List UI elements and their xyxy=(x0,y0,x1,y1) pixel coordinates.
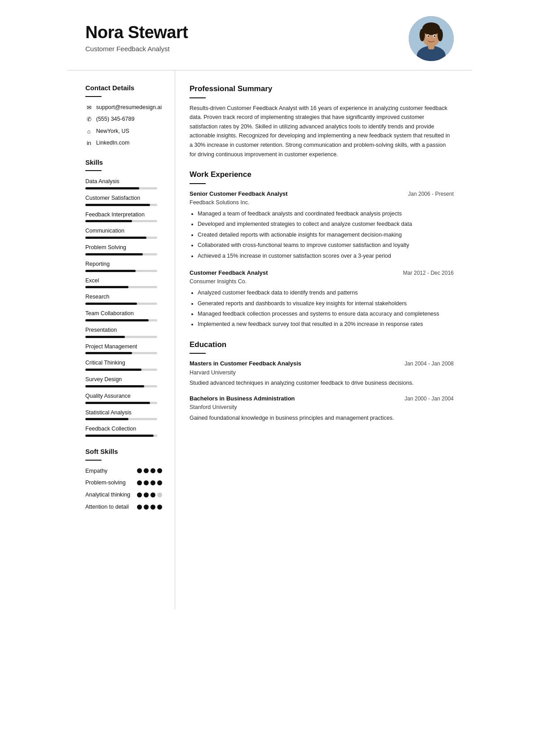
svg-point-5 xyxy=(420,29,425,41)
contact-text: support@resumedesign.ai xyxy=(96,103,162,112)
soft-skill-dots xyxy=(137,492,162,497)
skill-name: Reporting xyxy=(85,260,162,268)
contact-item: ✉ support@resumedesign.ai xyxy=(85,103,162,112)
skill-bar-fill xyxy=(85,319,149,321)
contact-item: ✆ (555) 345-6789 xyxy=(85,115,162,124)
skill-bar-fill xyxy=(85,369,141,371)
skill-bar-background xyxy=(85,204,157,206)
dot-filled xyxy=(137,480,142,485)
dot-filled xyxy=(150,492,155,497)
edu-degree: Bachelors in Business Administration xyxy=(190,394,295,403)
skill-bar-fill xyxy=(85,270,136,272)
contact-icon: ✉ xyxy=(85,103,93,112)
skill-bar-fill xyxy=(85,303,137,305)
work-experience-divider xyxy=(190,183,206,184)
skill-name: Quality Assurance xyxy=(85,392,162,400)
skill-name: Project Management xyxy=(85,343,162,351)
skill-bar-background xyxy=(85,336,157,338)
skill-name: Critical Thinking xyxy=(85,359,162,367)
skill-bar-background xyxy=(85,270,157,272)
skill-bar-fill xyxy=(85,435,154,437)
bullet-item: Developed and implemented strategies to … xyxy=(198,220,454,229)
skill-item: Quality Assurance xyxy=(85,392,162,404)
dot-empty xyxy=(157,492,162,497)
skill-item: Statistical Analysis xyxy=(85,409,162,421)
skill-item: Team Collaboration xyxy=(85,309,162,321)
contact-text: (555) 345-6789 xyxy=(96,115,134,123)
skill-name: Data Analysis xyxy=(85,177,162,186)
candidate-title: Customer Feedback Analyst xyxy=(85,44,188,54)
education-section: Education Masters in Customer Feedback A… xyxy=(190,339,454,423)
skill-name: Presentation xyxy=(85,326,162,334)
svg-point-9 xyxy=(428,35,429,37)
edu-school: Stanford University xyxy=(190,403,454,412)
dot-filled xyxy=(137,505,142,510)
bullet-item: Managed a team of feedback analysts and … xyxy=(198,210,454,218)
edu-degree: Masters in Customer Feedback Analysis xyxy=(190,359,301,368)
sidebar: Contact Details ✉ support@resumedesign.a… xyxy=(67,70,175,609)
job-title: Senior Customer Feedback Analyst xyxy=(190,189,287,198)
contact-icon: ⌂ xyxy=(85,127,93,136)
header-info: Nora Stewart Customer Feedback Analyst xyxy=(85,23,188,54)
skill-bar-background xyxy=(85,187,157,189)
contact-text: NewYork, US xyxy=(96,127,129,136)
soft-skills-section: Soft Skills Empathy Problem-solving Anal… xyxy=(85,447,162,511)
skill-name: Team Collaboration xyxy=(85,309,162,318)
edu-description: Studied advanced techniques in analyzing… xyxy=(190,379,454,387)
job-bullets: Managed a team of feedback analysts and … xyxy=(190,210,454,260)
bullet-item: Implemented a new feedback survey tool t… xyxy=(198,320,454,329)
soft-skill-row: Problem-solving xyxy=(85,479,162,487)
skill-item: Problem Solving xyxy=(85,243,162,255)
skill-bar-fill xyxy=(85,204,150,206)
dot-filled xyxy=(137,492,142,497)
skill-name: Communication xyxy=(85,227,162,235)
summary-divider xyxy=(190,97,206,98)
skill-name: Survey Design xyxy=(85,375,162,384)
skill-bar-background xyxy=(85,237,157,239)
skills-list: Data Analysis Customer Satisfaction Feed… xyxy=(85,177,162,437)
skill-bar-background xyxy=(85,319,157,321)
main-content: Contact Details ✉ support@resumedesign.a… xyxy=(67,70,472,609)
skill-bar-fill xyxy=(85,336,125,338)
bullet-item: Managed feedback collection processes an… xyxy=(198,310,454,318)
job-header: Customer Feedback Analyst Mar 2012 - Dec… xyxy=(190,268,454,277)
education-entry: Masters in Customer Feedback Analysis Ja… xyxy=(190,359,454,388)
skill-name: Statistical Analysis xyxy=(85,409,162,417)
job-bullets: Analyzed customer feedback data to ident… xyxy=(190,289,454,329)
skill-bar-fill xyxy=(85,402,150,404)
contact-section: Contact Details ✉ support@resumedesign.a… xyxy=(85,83,162,148)
edu-description: Gained foundational knowledge in busines… xyxy=(190,414,454,422)
skills-title: Skills xyxy=(85,158,162,168)
bullet-item: Created detailed reports with actionable… xyxy=(198,231,454,239)
contact-item: in LinkedIn.com xyxy=(85,139,162,148)
skill-name: Problem Solving xyxy=(85,243,162,252)
bullet-item: Analyzed customer feedback data to ident… xyxy=(198,289,454,297)
job-title: Customer Feedback Analyst xyxy=(190,268,268,277)
skill-item: Data Analysis xyxy=(85,177,162,189)
soft-skill-dots xyxy=(137,468,162,473)
skill-bar-background xyxy=(85,253,157,255)
education-divider xyxy=(190,353,206,354)
dot-filled xyxy=(144,480,149,485)
skill-bar-background xyxy=(85,402,157,404)
contact-title: Contact Details xyxy=(85,83,162,93)
skill-bar-fill xyxy=(85,220,132,222)
soft-skills-title: Soft Skills xyxy=(85,447,162,457)
soft-skill-row: Analytical thinking xyxy=(85,491,162,499)
skill-bar-background xyxy=(85,418,157,420)
dot-filled xyxy=(144,492,149,497)
candidate-name: Nora Stewart xyxy=(85,23,188,42)
skill-bar-background xyxy=(85,220,157,222)
skill-item: Presentation xyxy=(85,326,162,338)
soft-skill-name: Attention to detail xyxy=(85,503,137,511)
edu-header: Bachelors in Business Administration Jan… xyxy=(190,394,454,403)
edu-dates: Jan 2000 - Jan 2004 xyxy=(405,395,454,403)
skills-section: Skills Data Analysis Customer Satisfacti… xyxy=(85,158,162,437)
dot-filled xyxy=(157,468,162,473)
job-dates: Jan 2006 - Present xyxy=(408,190,454,198)
contact-icon: in xyxy=(85,139,93,148)
job-dates: Mar 2012 - Dec 2016 xyxy=(403,269,454,277)
bullet-item: Generated reports and dashboards to visu… xyxy=(198,299,454,308)
edu-school: Harvard University xyxy=(190,369,454,377)
job-entry: Senior Customer Feedback Analyst Jan 200… xyxy=(190,189,454,260)
